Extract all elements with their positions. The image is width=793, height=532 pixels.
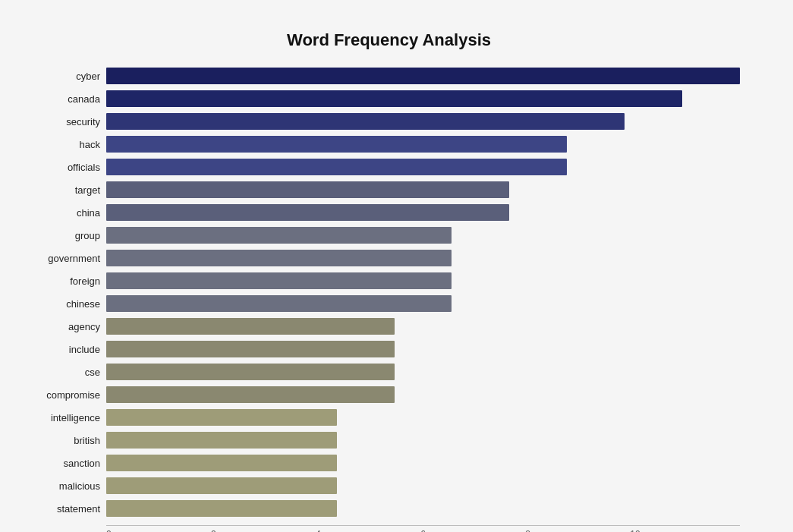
- bar-label: british: [17, 435, 100, 446]
- bars-wrapper: [106, 272, 740, 289]
- bar-row: agency: [106, 316, 740, 337]
- bar-row: malicious: [106, 475, 740, 496]
- bar-label: target: [17, 184, 100, 196]
- x-tick: 6: [420, 529, 426, 532]
- chart-title: Word Frequency Analysis: [23, 30, 755, 50]
- bar: [106, 136, 567, 153]
- bar-label: foreign: [17, 275, 100, 287]
- bar-row: cse: [106, 361, 740, 382]
- bars-wrapper: [106, 455, 740, 471]
- bars-wrapper: [106, 386, 740, 403]
- bars-wrapper: [106, 113, 740, 130]
- bars-wrapper: [106, 227, 740, 244]
- bar: [106, 341, 395, 357]
- bar: [106, 227, 452, 244]
- bars-wrapper: [106, 409, 740, 426]
- bar-row: hack: [106, 134, 740, 155]
- bar: [106, 500, 337, 517]
- bar-label: compromise: [17, 389, 100, 401]
- bar-label: china: [17, 207, 100, 219]
- x-axis: 0246810: [106, 525, 740, 532]
- bar: [106, 250, 452, 266]
- x-tick: 2: [211, 529, 216, 532]
- bar-row: sanction: [106, 452, 740, 474]
- bar-row: officials: [106, 156, 740, 178]
- bar: [106, 409, 337, 426]
- bar: [106, 455, 337, 471]
- bars-wrapper: [106, 364, 740, 380]
- bar: [106, 318, 395, 335]
- chart-area: cybercanadasecurityhackofficialstargetch…: [106, 65, 740, 521]
- bar: [106, 364, 395, 380]
- bar-row: british: [106, 430, 740, 451]
- bar-row: government: [106, 247, 740, 269]
- bar-label: cyber: [17, 71, 100, 82]
- bar-row: security: [106, 111, 740, 132]
- bar-label: agency: [17, 321, 100, 332]
- bar-label: cse: [17, 367, 100, 378]
- bars-wrapper: [106, 204, 740, 221]
- bar-row: chinese: [106, 293, 740, 314]
- bar-row: foreign: [106, 270, 740, 291]
- bars-wrapper: [106, 90, 740, 107]
- bar: [106, 113, 625, 130]
- bar-row: china: [106, 202, 740, 223]
- bars-wrapper: [106, 341, 740, 357]
- chart-container: Word Frequency Analysis cybercanadasecur…: [15, 15, 778, 532]
- x-tick: 0: [106, 529, 112, 532]
- x-tick: 4: [316, 529, 321, 532]
- bar: [106, 477, 337, 494]
- bar-label: officials: [17, 162, 100, 173]
- bars-wrapper: [106, 181, 740, 198]
- bars-wrapper: [106, 500, 740, 517]
- bar-label: canada: [17, 93, 100, 105]
- bar: [106, 272, 452, 289]
- bar-row: statement: [106, 498, 740, 519]
- bar-label: security: [17, 116, 100, 127]
- bar-label: hack: [17, 139, 100, 150]
- bar-label: sanction: [17, 458, 100, 469]
- bar-row: canada: [106, 88, 740, 109]
- bar: [106, 159, 567, 175]
- bar: [106, 181, 509, 198]
- bar-row: compromise: [106, 384, 740, 405]
- bar: [106, 386, 395, 403]
- bar-label: malicious: [17, 480, 100, 492]
- bar-row: intelligence: [106, 407, 740, 428]
- bars-wrapper: [106, 159, 740, 175]
- bar: [106, 295, 452, 312]
- bar-label: chinese: [17, 298, 100, 310]
- bar: [106, 90, 682, 107]
- bar-row: target: [106, 179, 740, 200]
- bars-wrapper: [106, 295, 740, 312]
- bar-label: intelligence: [17, 412, 100, 423]
- bars-wrapper: [106, 250, 740, 266]
- bar: [106, 68, 740, 84]
- bar-row: include: [106, 338, 740, 360]
- bars-wrapper: [106, 68, 740, 84]
- x-tick: 8: [525, 529, 530, 532]
- bars-wrapper: [106, 318, 740, 335]
- bar-row: group: [106, 225, 740, 246]
- x-tick: 10: [630, 529, 640, 532]
- bar-row: cyber: [106, 65, 740, 87]
- bar-label: government: [17, 253, 100, 264]
- bar-label: statement: [17, 503, 100, 515]
- bar: [106, 204, 509, 221]
- bar-label: group: [17, 230, 100, 241]
- bars-wrapper: [106, 432, 740, 449]
- bars-wrapper: [106, 477, 740, 494]
- bar-label: include: [17, 344, 100, 355]
- bars-wrapper: [106, 136, 740, 153]
- bar: [106, 432, 337, 449]
